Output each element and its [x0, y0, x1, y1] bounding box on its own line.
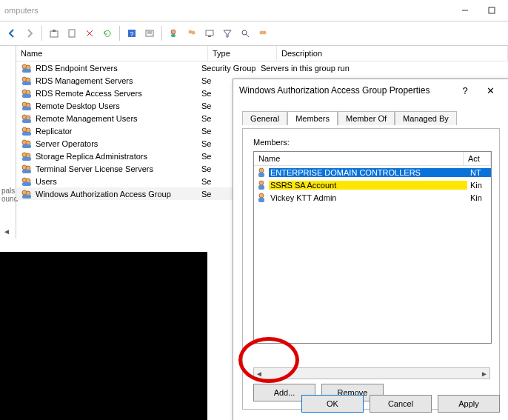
add-group-icon[interactable] — [184, 26, 199, 41]
group-icon — [21, 163, 33, 175]
members-header[interactable]: Name Act — [254, 152, 491, 166]
back-icon[interactable] — [4, 26, 19, 41]
titlebar: omputers — [0, 0, 508, 21]
svg-point-60 — [259, 193, 264, 198]
row-name: Remote Desktop Users — [36, 101, 201, 110]
refresh-icon[interactable] — [100, 26, 115, 41]
row-name: Users — [36, 177, 201, 186]
member-row[interactable]: SSRS SA AccountKin — [254, 179, 491, 191]
svg-rect-49 — [22, 170, 31, 173]
svg-point-58 — [259, 181, 264, 185]
tab-members[interactable]: Members — [287, 111, 338, 125]
member-row[interactable]: ENTERPRISE DOMAIN CONTROLLERSNT — [254, 166, 491, 179]
group-icon — [21, 138, 33, 150]
members-col-name[interactable]: Name — [254, 152, 464, 165]
properties-icon[interactable] — [142, 26, 157, 41]
svg-point-15 — [192, 31, 195, 35]
col-type[interactable]: Type — [208, 46, 277, 61]
group-icon — [21, 188, 33, 200]
svg-rect-31 — [22, 94, 31, 98]
window-title: omputers — [3, 6, 39, 15]
svg-rect-2 — [50, 31, 58, 37]
member-name: ENTERPRISE DOMAIN CONTROLLERS — [269, 168, 467, 177]
help-button[interactable]: ? — [452, 82, 478, 99]
svg-rect-4 — [69, 30, 75, 37]
member-row[interactable]: Vickey KTT AdminKin — [254, 191, 491, 204]
svg-point-22 — [263, 31, 267, 35]
svg-rect-40 — [22, 132, 31, 136]
svg-rect-28 — [22, 81, 31, 85]
dialog-titlebar[interactable]: Windows Authorization Access Group Prope… — [233, 79, 508, 101]
minimize-button[interactable] — [452, 2, 478, 19]
user-icon — [255, 167, 267, 179]
maximize-button[interactable] — [478, 2, 505, 19]
find-icon[interactable] — [238, 26, 253, 41]
group-icon — [21, 87, 33, 99]
members-label: Members: — [253, 138, 290, 147]
row-type: Security Group — [201, 64, 261, 73]
ok-button[interactable]: OK — [301, 395, 364, 413]
cancel-button[interactable]: Cancel — [370, 395, 432, 413]
close-button[interactable]: ✕ — [478, 82, 503, 99]
tab-content-members: Members: Name Act ENTERPRISE DOMAIN CONT… — [242, 128, 500, 410]
tab-member-of[interactable]: Member Of — [338, 111, 395, 125]
group-icon — [21, 150, 33, 162]
add-computer-icon[interactable] — [202, 26, 217, 41]
row-name: Server Operators — [36, 139, 201, 148]
tab-general[interactable]: General — [242, 111, 287, 125]
member-act: Kin — [467, 181, 491, 190]
filter-icon[interactable] — [220, 26, 235, 41]
row-name: RDS Management Servers — [36, 76, 201, 85]
col-description[interactable]: Description — [277, 46, 508, 61]
svg-rect-43 — [22, 144, 31, 148]
row-name: Remote Management Users — [36, 114, 201, 123]
list-row[interactable]: RDS Endpoint ServersSecurity GroupServer… — [16, 61, 508, 74]
svg-rect-34 — [22, 107, 31, 110]
group-icon — [21, 75, 33, 87]
svg-rect-17 — [208, 36, 211, 37]
dialog-title: Windows Authorization Access Group Prope… — [239, 85, 452, 96]
group-icon — [21, 100, 33, 112]
members-col-act[interactable]: Act — [464, 152, 491, 165]
row-name: RDS Endpoint Servers — [36, 64, 201, 73]
left-tree-collapsed[interactable]: palsound ◄ — [0, 46, 16, 239]
col-name[interactable]: Name — [16, 46, 208, 61]
row-name: Windows Authorization Access Group — [36, 190, 201, 199]
svg-rect-25 — [22, 69, 31, 73]
svg-rect-61 — [258, 198, 264, 202]
svg-rect-46 — [22, 157, 31, 161]
row-desc: Servers in this group run — [261, 64, 508, 73]
help-icon[interactable]: ? — [124, 26, 139, 41]
members-listview[interactable]: Name Act ENTERPRISE DOMAIN CONTROLLERSNT… — [253, 151, 492, 344]
black-panel — [0, 252, 207, 420]
group-icon — [21, 113, 33, 124]
svg-rect-59 — [258, 185, 264, 190]
group-icon — [21, 125, 33, 137]
user-icon — [255, 179, 267, 191]
svg-point-12 — [171, 30, 176, 34]
group-icon[interactable] — [255, 26, 270, 41]
group-icon — [21, 62, 33, 74]
tab-managed-by[interactable]: Managed By — [395, 111, 457, 125]
left-arrow-icon[interactable]: ◄ — [3, 227, 10, 236]
row-name: Replicator — [36, 127, 201, 136]
add-user-icon[interactable] — [167, 26, 181, 41]
svg-rect-13 — [171, 34, 176, 37]
svg-rect-16 — [206, 30, 213, 36]
member-name: Vickey KTT Admin — [269, 193, 467, 202]
delete-icon[interactable] — [82, 26, 97, 41]
tab-strip: GeneralMembersMember OfManaged By — [242, 110, 500, 128]
horizontal-scrollbar[interactable]: ◄► — [253, 367, 490, 379]
up-icon[interactable] — [47, 26, 61, 41]
group-icon — [21, 176, 33, 187]
properties-dialog: Windows Authorization Access Group Prope… — [233, 79, 508, 420]
svg-rect-37 — [22, 119, 31, 123]
row-name: RDS Remote Access Servers — [36, 89, 201, 98]
svg-text:?: ? — [130, 30, 133, 38]
forward-icon[interactable] — [22, 26, 37, 41]
column-headers[interactable]: Name Type Description — [16, 46, 508, 61]
member-act: NT — [467, 168, 491, 177]
paste-icon[interactable] — [64, 26, 79, 41]
svg-point-56 — [259, 168, 264, 173]
apply-button[interactable]: Apply — [438, 395, 500, 413]
